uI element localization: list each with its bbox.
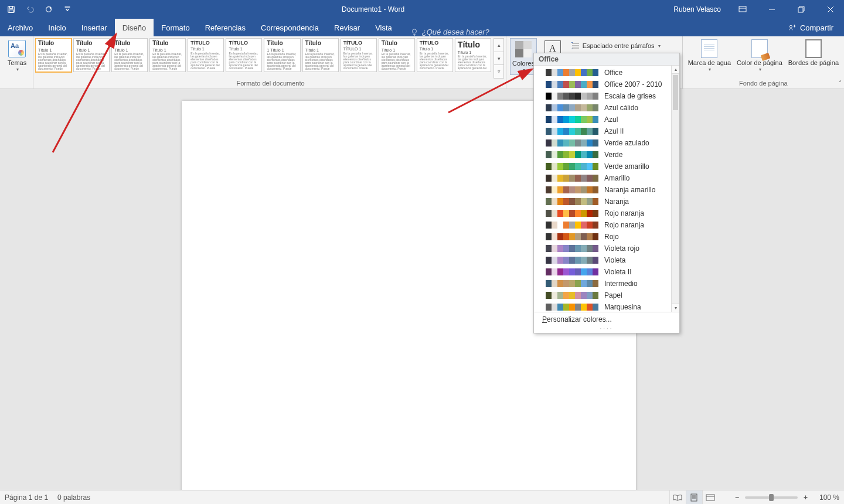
style-thumb[interactable]: TítuloTítulo 1En la pestaña Insertar, la…	[73, 38, 110, 72]
dd-scrollbar[interactable]: ▴ ▾	[671, 66, 679, 312]
scroll-down-icon[interactable]: ▾	[672, 304, 679, 312]
style-thumb[interactable]: TÍTULOTítulo 1En la pestaña Insertar, la…	[226, 38, 262, 72]
maximize-icon[interactable]	[788, 0, 815, 19]
share-button[interactable]: Compartir	[778, 19, 844, 36]
tab-vista[interactable]: Vista	[367, 19, 400, 36]
web-layout-icon[interactable]	[702, 491, 719, 505]
color-theme-item[interactable]: Escala de grises	[534, 90, 671, 102]
color-theme-item[interactable]: Verde amarillo	[534, 161, 671, 172]
color-theme-item[interactable]: Intermedio	[534, 278, 671, 290]
tab-correspondencia[interactable]: Correspondencia	[253, 19, 326, 36]
tab-archivo[interactable]: Archivo	[0, 19, 40, 36]
tell-me-search[interactable]: ¿Qué desea hacer?	[410, 28, 489, 36]
svg-point-6	[412, 29, 416, 33]
page-color-icon	[751, 39, 768, 58]
gallery-more-icon[interactable]: ▿	[494, 65, 503, 78]
qat-customize-icon[interactable]	[61, 3, 74, 16]
marca-de-agua-button[interactable]: Marca de agua▾	[686, 38, 733, 74]
tab-insertar[interactable]: Insertar	[74, 19, 115, 36]
chevron-down-icon: ▾	[759, 67, 761, 73]
gallery-up-icon[interactable]: ▴	[494, 39, 503, 52]
color-theme-item[interactable]: Marquesina	[534, 301, 671, 312]
svg-point-7	[789, 25, 792, 28]
doc-format-group-label: Formato del documento	[35, 79, 506, 88]
style-thumb[interactable]: TítuloTítulo 1En la pestaña Insertar, la…	[111, 38, 148, 72]
bordes-de-pagina-button[interactable]: Bordes de página	[787, 38, 840, 67]
gallery-down-icon[interactable]: ▾	[494, 52, 503, 66]
ribbon-display-options-icon[interactable]	[729, 0, 756, 19]
style-thumb[interactable]: TítuloTítulo 1En la pestaña Insertar, la…	[302, 38, 339, 72]
color-theme-item[interactable]: Azul II	[534, 125, 671, 137]
color-theme-item[interactable]: Verde	[534, 149, 671, 161]
color-theme-item[interactable]: Rojo	[534, 231, 671, 243]
zoom-in-icon[interactable]: +	[801, 493, 810, 502]
svg-rect-13	[706, 495, 714, 500]
tell-me-placeholder: ¿Qué desea hacer?	[422, 28, 489, 36]
color-theme-item[interactable]: Rojo naranja	[534, 219, 671, 231]
close-icon[interactable]	[817, 0, 844, 19]
resize-grip-icon[interactable]: ····	[534, 327, 679, 333]
style-thumb[interactable]: TÍTULOTÍTULO 1En la pestaña Insertar, la…	[341, 38, 377, 72]
window-controls: Ruben Velasco	[668, 0, 844, 19]
redo-icon[interactable]	[42, 3, 55, 16]
tab-referencias[interactable]: Referencias	[198, 19, 253, 36]
watermark-icon	[701, 39, 717, 58]
color-theme-item[interactable]: Rojo naranja	[534, 207, 671, 219]
document-formatting-gallery: TítuloTítulo 1En la pestaña Insertar, la…	[33, 36, 506, 88]
save-icon[interactable]	[5, 3, 18, 16]
svg-rect-1	[9, 6, 12, 9]
color-theme-item[interactable]: Verde azulado	[534, 137, 671, 149]
color-theme-item[interactable]: Violeta	[534, 254, 671, 266]
color-theme-item[interactable]: Violeta rojo	[534, 243, 671, 254]
style-thumb[interactable]: TítuloTítulo 1En la pestaña Insertar, la…	[379, 38, 415, 72]
zoom-slider[interactable]	[745, 496, 798, 499]
view-mode-buttons	[669, 491, 719, 505]
ribbon-tabs: Archivo Inicio Insertar Diseño Formato R…	[0, 19, 844, 36]
user-name[interactable]: Ruben Velasco	[668, 0, 727, 19]
colors-dropdown: Office OfficeOffice 2007 - 2010Escala de…	[533, 53, 680, 333]
lightbulb-icon	[410, 28, 418, 36]
color-theme-item[interactable]: Azul	[534, 114, 671, 125]
style-thumb[interactable]: TítuloTítulo 1En la pestaña Insertar, la…	[35, 38, 72, 72]
style-thumb[interactable]: TítuloTítulo 1En la pestaña Insertar, la…	[149, 38, 186, 72]
style-thumb[interactable]: TítuloTítulo 1En la pestaña Insertar, la…	[455, 38, 491, 72]
page-indicator[interactable]: Página 1 de 1	[5, 493, 48, 502]
zoom-out-icon[interactable]: −	[733, 493, 741, 502]
quick-access-toolbar	[0, 3, 79, 16]
color-theme-item[interactable]: Naranja	[534, 196, 671, 207]
tab-diseno[interactable]: Diseño	[115, 19, 154, 36]
temas-button[interactable]: Temas ▾	[5, 38, 29, 74]
share-icon	[788, 23, 797, 32]
style-thumb[interactable]: Título1 Título 1En la pestaña Insertar, …	[264, 38, 300, 72]
color-theme-item[interactable]: Office	[534, 67, 671, 79]
tab-inicio[interactable]: Inicio	[40, 19, 73, 36]
tab-revisar[interactable]: Revisar	[326, 19, 367, 36]
espaciado-button[interactable]: Espaciado entre párrafos▾	[569, 39, 679, 52]
document-viewport[interactable]	[0, 89, 844, 490]
undo-icon[interactable]	[23, 3, 36, 16]
minimize-icon[interactable]	[758, 0, 785, 19]
status-bar: Página 1 de 1 0 palabras − + 100 %	[0, 490, 844, 504]
color-de-pagina-button[interactable]: Color de página▾	[735, 38, 784, 74]
color-theme-item[interactable]: Office 2007 - 2010	[534, 79, 671, 90]
scroll-thumb[interactable]	[673, 75, 678, 110]
style-thumb[interactable]: TÍTULOTítulo 1En la pestaña Insertar, la…	[417, 38, 453, 72]
ribbon: Temas ▾ TítuloTítulo 1En la pestaña Inse…	[0, 36, 844, 89]
print-layout-icon[interactable]	[686, 491, 702, 505]
window-title: Documento1 - Word	[79, 5, 668, 13]
color-theme-item[interactable]: Naranja amarillo	[534, 184, 671, 196]
word-count[interactable]: 0 palabras	[57, 493, 90, 502]
scroll-up-icon[interactable]: ▴	[672, 66, 679, 74]
color-theme-item[interactable]: Papel	[534, 290, 671, 301]
read-mode-icon[interactable]	[669, 491, 686, 505]
tab-formato[interactable]: Formato	[154, 19, 197, 36]
color-theme-item[interactable]: Violeta II	[534, 266, 671, 278]
color-theme-item[interactable]: Azul cálido	[534, 102, 671, 114]
chevron-down-icon: ▾	[658, 43, 661, 49]
collapse-ribbon-icon[interactable]: ˄	[839, 80, 842, 86]
color-theme-item[interactable]: Amarillo	[534, 172, 671, 184]
zoom-level[interactable]: 100 %	[814, 493, 839, 502]
paragraph-spacing-icon	[571, 42, 580, 50]
style-thumb[interactable]: TÍTULOTítulo 1En la pestaña Insertar, la…	[188, 38, 224, 72]
svg-point-3	[46, 7, 52, 12]
